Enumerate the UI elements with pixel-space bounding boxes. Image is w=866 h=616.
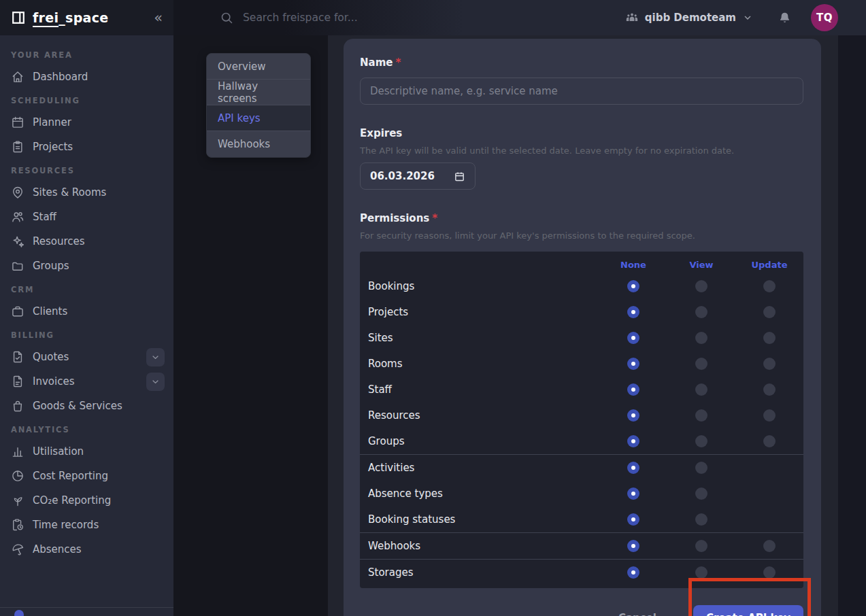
sidebar-item-cost-reporting[interactable]: Cost Reporting [0,464,173,488]
radio-rooms-none[interactable] [627,358,639,370]
sidebar-item-quotes[interactable]: Quotes [0,345,173,369]
radio-activities-none[interactable] [627,462,639,474]
radio-rooms-update[interactable] [763,358,776,370]
permissions-row-projects: Projects [360,299,803,325]
logo-text: frei_space [33,10,108,25]
sidebar-item-staff[interactable]: Staff [0,205,173,229]
sidebar-item-clients[interactable]: Clients [0,299,173,324]
radio-storages-none[interactable] [627,566,639,579]
radio-staff-update[interactable] [763,383,776,396]
radio-booking-statuses-view[interactable] [695,513,707,526]
permissions-cell [599,358,667,370]
sidebar-item-resources[interactable]: Resources [0,229,173,254]
radio-groups-update[interactable] [763,435,776,447]
umbrella-icon [11,543,24,556]
permissions-row-sites: Sites [360,325,803,351]
sidebar-item-utilisation[interactable]: Utilisation [0,439,173,464]
radio-webhooks-none[interactable] [627,540,639,552]
radio-storages-view[interactable] [695,566,707,579]
sidebar-section-label: BILLING [0,324,173,345]
api-key-form-panel: Name* Expires The API key will be valid … [344,39,821,616]
radio-webhooks-view[interactable] [695,540,707,552]
name-input[interactable] [360,78,803,105]
sidebar-item-sites-rooms[interactable]: Sites & Rooms [0,180,173,205]
radio-projects-update[interactable] [763,306,776,318]
shopping-bag-icon [11,399,24,413]
permissions-cell [667,383,735,396]
settings-nav-item-hallway-screens[interactable]: Hallway screens [207,80,310,105]
sidebar-item-dashboard[interactable]: Dashboard [0,65,173,89]
radio-absence-types-none[interactable] [627,487,639,500]
radio-webhooks-update[interactable] [763,540,776,552]
radio-resources-view[interactable] [695,409,707,422]
radio-activities-view[interactable] [695,462,707,474]
permissions-row-label: Webhooks [360,540,599,552]
radio-storages-update[interactable] [763,566,776,579]
sidebar-item-label: Sites & Rooms [33,186,106,199]
sidebar-item-goods-services[interactable]: Goods & Services [0,394,173,418]
radio-resources-none[interactable] [627,409,639,422]
team-name: qibb Demoteam [645,12,736,24]
sparkles-icon [11,235,24,248]
user-avatar[interactable]: TQ [811,4,838,31]
permissions-row-bookings: Bookings [360,273,803,299]
team-selector[interactable]: qibb Demoteam [625,11,753,24]
form-actions: Cancel Create API key [360,605,803,616]
users-icon [11,210,24,224]
permissions-help-text: For security reasons, limit your API key… [360,230,803,241]
radio-absence-types-view[interactable] [695,487,707,500]
radio-resources-update[interactable] [763,409,776,422]
expand-chevron-button[interactable] [146,373,165,391]
settings-nav-item-api-keys[interactable]: API keys [207,105,310,131]
permissions-row-label: Groups [360,435,599,447]
settings-nav-item-webhooks[interactable]: Webhooks [207,131,310,157]
sidebar-item-projects[interactable]: Projects [0,135,173,159]
radio-sites-update[interactable] [763,332,776,344]
radio-booking-statuses-none[interactable] [627,513,639,526]
permissions-row-label: Absence types [360,487,599,500]
sidebar-item-planner[interactable]: Planner [0,110,173,135]
sidebar-item-absences[interactable]: Absences [0,537,173,562]
create-api-key-button[interactable]: Create API key [693,605,803,616]
radio-staff-none[interactable] [627,383,639,396]
radio-sites-view[interactable] [695,332,707,344]
radio-staff-view[interactable] [695,383,707,396]
sidebar-item-label: Projects [33,141,73,153]
notifications-bell-icon[interactable] [778,11,792,25]
permissions-row-label: Activities [360,462,599,474]
radio-groups-view[interactable] [695,435,707,447]
radio-bookings-view[interactable] [695,280,707,292]
sidebar-item-label: Groups [33,260,69,272]
expand-chevron-button[interactable] [146,348,165,366]
bar-chart-icon [11,445,24,458]
expires-date-value: 06.03.2026 [370,170,447,182]
sidebar-item-co-e-reporting[interactable]: CO₂e Reporting [0,488,173,513]
status-dot [14,610,24,616]
permissions-column-update: Update [735,260,803,270]
radio-rooms-view[interactable] [695,358,707,370]
search-input[interactable] [243,12,461,24]
sidebar-item-invoices[interactable]: Invoices [0,369,173,394]
calendar-icon[interactable] [454,171,465,182]
search-icon [220,11,233,24]
sidebar-item-groups[interactable]: Groups [0,254,173,278]
permissions-cell [667,332,735,344]
permissions-cell [599,540,667,552]
sidebar-item-label: Resources [33,235,85,247]
required-asterisk: * [395,56,401,69]
settings-nav-item-overview[interactable]: Overview [207,54,310,80]
permissions-row-webhooks: Webhooks [360,533,803,559]
permissions-cell [667,513,735,526]
radio-sites-none[interactable] [627,332,639,344]
expires-date-input[interactable]: 06.03.2026 [360,162,476,190]
radio-projects-none[interactable] [627,306,639,318]
cancel-button[interactable]: Cancel [618,612,656,616]
radio-bookings-update[interactable] [763,280,776,292]
radio-projects-view[interactable] [695,306,707,318]
sidebar-item-time-records[interactable]: Time records [0,513,173,537]
radio-bookings-none[interactable] [627,280,639,292]
sidebar-collapse-button[interactable]: « [154,11,163,25]
permissions-row-label: Booking statuses [360,513,599,526]
permissions-cell [667,487,735,500]
radio-groups-none[interactable] [627,435,639,447]
